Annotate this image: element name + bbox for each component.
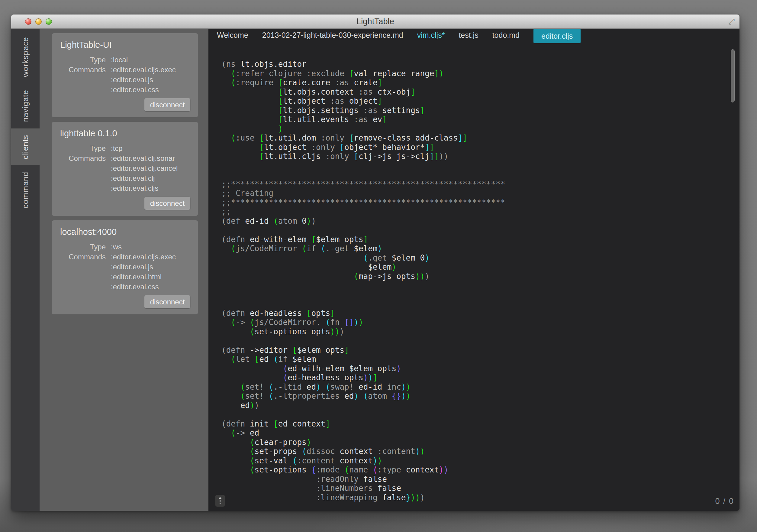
- minimize-button[interactable]: [35, 18, 42, 25]
- sidebar-item-navigate[interactable]: navigate: [11, 83, 40, 128]
- disconnect-button[interactable]: disconnect: [144, 98, 190, 111]
- code-line: (map->js opts))): [222, 272, 740, 281]
- code-line: (defn ed-with-elem [$elem opts]: [222, 235, 740, 244]
- fullscreen-icon[interactable]: ⤢: [728, 17, 735, 26]
- code-line: (-> (js/CodeMirror. (fn [])): [222, 318, 740, 327]
- tab-vim.cljs-[interactable]: vim.cljs*: [417, 29, 445, 42]
- client-card-row: Type:tcp: [59, 143, 190, 153]
- clients-panel: LightTable-UIType:localCommands:editor.e…: [40, 29, 208, 511]
- code-line: :lineWrapping false}))): [222, 493, 740, 502]
- tab-2013-02-27-light-table-030-experience.md[interactable]: 2013-02-27-light-table-030-experience.md: [262, 29, 403, 42]
- code-line: ed)): [222, 401, 740, 410]
- code-line: (-> ed: [222, 428, 740, 438]
- card-row-label: Type: [59, 55, 106, 65]
- client-card-title: lighttable 0.1.0: [60, 129, 190, 139]
- code-line: (def ed-id (atom 0)): [222, 216, 740, 226]
- card-row-label: Type: [59, 242, 106, 252]
- code-line: (:use [lt.util.dom :only [remove-class a…: [222, 133, 740, 143]
- zoom-button[interactable]: [45, 18, 52, 25]
- client-card-title: LightTable-UI: [60, 40, 190, 50]
- code-line: [lt.util.cljs :only [clj->js js->clj]])): [222, 152, 740, 161]
- code-line: (defn ed-headless [opts]: [222, 309, 740, 318]
- code-line: (ns lt.objs.editor: [222, 60, 740, 69]
- code-line: [222, 299, 740, 309]
- titlebar[interactable]: LightTable ⤢: [11, 15, 740, 29]
- tab-editor.cljs[interactable]: editor.cljs: [533, 29, 581, 43]
- client-card-row: Type:local: [59, 55, 190, 65]
- code-line: (set-options {:mode (name (:type context…: [222, 465, 740, 475]
- code-line: (.get $elem 0): [222, 253, 740, 263]
- code-line: (set! (.-ltid ed) (swap! ed-id inc)): [222, 382, 740, 392]
- main-content: workspacenavigateclientscommand LightTab…: [11, 29, 740, 511]
- code-line: ;; Creating: [222, 189, 740, 198]
- traffic-lights: [25, 15, 52, 28]
- sidebar-item-label: navigate: [21, 90, 30, 122]
- code-line: [222, 281, 740, 290]
- client-card-row: Commands:editor.eval.cljs.exec:editor.ev…: [59, 252, 190, 292]
- card-row-label: Type: [59, 143, 106, 153]
- sidebar-item-workspace[interactable]: workspace: [11, 31, 40, 83]
- app-window: LightTable ⤢ workspacenavigateclientscom…: [11, 15, 740, 511]
- code-line: [222, 290, 740, 299]
- sidebar-item-clients[interactable]: clients: [11, 129, 40, 166]
- code-line: ): [222, 124, 740, 134]
- client-card: localhost:4000Type:wsCommands:editor.eva…: [52, 220, 198, 314]
- cursor-position: 0 / 0: [715, 497, 734, 506]
- sidebar: workspacenavigateclientscommand: [11, 29, 40, 511]
- sidebar-item-label: command: [21, 172, 30, 208]
- code-line: (set-props (dissoc context :content)): [222, 447, 740, 456]
- code-line: (set-val (:content context)): [222, 456, 740, 465]
- client-card-title: localhost:4000: [60, 227, 190, 237]
- code-line: (let [ed (if $elem: [222, 355, 740, 364]
- code-line: ;;: [222, 207, 740, 216]
- code-line: (js/CodeMirror (if (.-get $elem): [222, 244, 740, 253]
- code-line: (ed-headless opts))]: [222, 373, 740, 382]
- close-button[interactable]: [25, 18, 31, 25]
- code-line: ;;**************************************…: [222, 198, 740, 207]
- client-card: LightTable-UIType:localCommands:editor.e…: [52, 33, 198, 117]
- code-line: ;;**************************************…: [222, 179, 740, 189]
- code-line: (ed-with-elem $elem opts): [222, 364, 740, 373]
- code-line: (set! (.-ltproperties ed) (atom {})): [222, 391, 740, 401]
- code-line: $elem): [222, 263, 740, 272]
- card-row-label: Commands: [59, 252, 106, 292]
- sidebar-item-command[interactable]: command: [11, 165, 40, 215]
- card-row-values: :editor.eval.cljs.exec:editor.eval.js:ed…: [111, 65, 190, 95]
- scrollbar-thumb[interactable]: [731, 49, 735, 103]
- code-line: :readOnly false: [222, 475, 740, 484]
- code-editor[interactable]: (ns lt.objs.editor (:refer-clojure :excl…: [208, 43, 740, 511]
- client-card-row: Type:ws: [59, 242, 190, 252]
- code-line: (:refer-clojure :exclude [val replace ra…: [222, 69, 740, 78]
- code-line: :lineNumbers false: [222, 484, 740, 493]
- window-title: LightTable: [356, 17, 394, 26]
- card-row-values: :local: [111, 55, 190, 65]
- card-row-label: Commands: [59, 65, 106, 95]
- code-line: (:require [crate.core :as crate]: [222, 78, 740, 87]
- tab-todo.md[interactable]: todo.md: [492, 29, 520, 42]
- code-line: (clear-props): [222, 438, 740, 447]
- tab-Welcome[interactable]: Welcome: [217, 29, 248, 42]
- code-line: [222, 336, 740, 346]
- code-line: (defn ->editor [$elem opts]: [222, 346, 740, 355]
- code-line: [lt.object :only [object* behavior*]]: [222, 143, 740, 152]
- client-card-row: Commands:editor.eval.clj.sonar:editor.ev…: [59, 153, 190, 193]
- sidebar-item-label: clients: [21, 135, 30, 159]
- tab-test.js[interactable]: test.js: [459, 29, 478, 42]
- code-line: [lt.util.events :as ev]: [222, 115, 740, 124]
- code-line: [222, 410, 740, 419]
- tab-bar: Welcome2013-02-27-light-table-030-experi…: [208, 29, 740, 43]
- disconnect-button[interactable]: disconnect: [144, 295, 190, 308]
- editor-pane: Welcome2013-02-27-light-table-030-experi…: [208, 29, 740, 511]
- code-line: (set-options opts))): [222, 327, 740, 336]
- code-line: [lt.object :as object]: [222, 96, 740, 106]
- up-arrow-icon: [218, 497, 222, 505]
- card-row-label: Commands: [59, 153, 106, 193]
- code-line: (defn init [ed context]: [222, 419, 740, 429]
- code-line: [222, 161, 740, 171]
- code-line: [lt.objs.context :as ctx-obj]: [222, 87, 740, 97]
- card-row-values: :tcp: [111, 143, 190, 153]
- code-line: [222, 226, 740, 235]
- card-row-values: :ws: [111, 242, 190, 252]
- scroll-top-button[interactable]: [215, 495, 225, 507]
- disconnect-button[interactable]: disconnect: [144, 197, 190, 210]
